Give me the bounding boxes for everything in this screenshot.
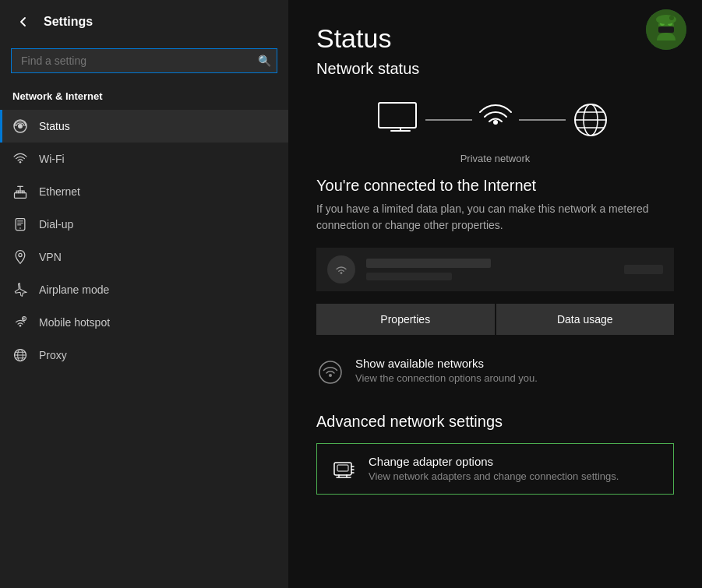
sidebar-header: Settings [0, 0, 288, 44]
sidebar-item-dialup[interactable]: Dial-up [0, 208, 288, 241]
status-icon [12, 118, 28, 134]
vpn-icon [12, 249, 28, 265]
search-icon[interactable]: 🔍 [258, 55, 271, 67]
sidebar-item-proxy-label: Proxy [39, 349, 67, 361]
router-icon [472, 100, 519, 140]
data-usage-button[interactable]: Data usage [496, 304, 675, 335]
svg-rect-20 [334, 463, 351, 475]
search-box: 🔍 [11, 48, 277, 73]
sidebar-item-airplane[interactable]: Airplane mode [0, 273, 288, 306]
show-networks-title: Show available networks [355, 357, 538, 370]
sidebar-item-dialup-label: Dial-up [39, 218, 73, 231]
svg-point-19 [319, 361, 341, 383]
sidebar-item-status[interactable]: Status [0, 110, 288, 143]
svg-rect-2 [15, 193, 26, 199]
avatar [646, 9, 686, 50]
main-content: Status Network status [288, 0, 702, 588]
connected-title: You're connected to the Internet [316, 177, 674, 195]
show-networks-desc: View the connection options around you. [355, 372, 538, 384]
svg-rect-16 [379, 103, 416, 128]
sidebar-item-wifi[interactable]: Wi-Fi [0, 143, 288, 175]
network-info-card [316, 248, 674, 291]
sidebar-title: Settings [44, 15, 93, 29]
network-card-sub [366, 273, 452, 280]
show-networks-text: Show available networks View the connect… [355, 357, 538, 384]
computer-icon [376, 100, 425, 140]
adapter-icon [330, 455, 358, 483]
sidebar-item-vpn-label: VPN [39, 251, 62, 263]
network-diagram [316, 92, 674, 148]
svg-point-5 [19, 253, 22, 256]
network-line-1 [425, 119, 472, 121]
action-buttons: Properties Data usage [316, 304, 674, 335]
search-input[interactable] [11, 48, 277, 73]
sidebar-item-hotspot-label: Mobile hotspot [39, 316, 110, 329]
sidebar: Settings 🔍 Network & Internet Status [0, 0, 288, 588]
svg-point-4 [19, 227, 21, 229]
wifi-icon [12, 151, 28, 167]
adapter-text: Change adapter options View network adap… [369, 455, 619, 482]
network-card-info [366, 259, 613, 280]
back-button[interactable] [12, 11, 34, 33]
network-label: Private network [316, 153, 674, 164]
dialup-icon [12, 217, 28, 232]
page-title: Status [316, 23, 674, 54]
hotspot-icon [12, 315, 28, 330]
sidebar-item-airplane-label: Airplane mode [39, 283, 109, 296]
adapter-option-desc: View network adapters and change connect… [369, 470, 619, 482]
airplane-icon [12, 282, 28, 298]
section-label: Network & Internet [0, 84, 288, 110]
network-card-icon [327, 255, 355, 283]
sidebar-item-status-label: Status [39, 120, 70, 132]
network-line-2 [519, 119, 566, 121]
properties-button[interactable]: Properties [316, 304, 495, 335]
show-networks-row[interactable]: Show available networks View the connect… [316, 354, 674, 389]
network-card-size [624, 265, 663, 274]
sidebar-item-ethernet[interactable]: Ethernet [0, 175, 288, 208]
proxy-icon [12, 347, 28, 363]
sidebar-item-hotspot[interactable]: Mobile hotspot [0, 306, 288, 339]
adapter-option-title: Change adapter options [369, 455, 619, 468]
connected-desc: If you have a limited data plan, you can… [316, 201, 651, 234]
sidebar-item-ethernet-label: Ethernet [39, 185, 80, 198]
ethernet-icon [12, 184, 28, 199]
svg-rect-11 [658, 26, 674, 33]
advanced-title: Advanced network settings [316, 413, 674, 431]
network-status-title: Network status [316, 60, 674, 78]
sidebar-item-proxy[interactable]: Proxy [0, 339, 288, 371]
sidebar-item-wifi-label: Wi-Fi [39, 153, 65, 165]
sidebar-item-vpn[interactable]: VPN [0, 241, 288, 273]
svg-point-15 [669, 16, 674, 20]
network-card-name [366, 259, 491, 268]
adapter-option[interactable]: Change adapter options View network adap… [316, 443, 674, 495]
globe-icon [566, 100, 616, 140]
show-networks-icon [316, 358, 344, 386]
svg-rect-21 [337, 465, 348, 471]
svg-point-1 [18, 124, 23, 129]
